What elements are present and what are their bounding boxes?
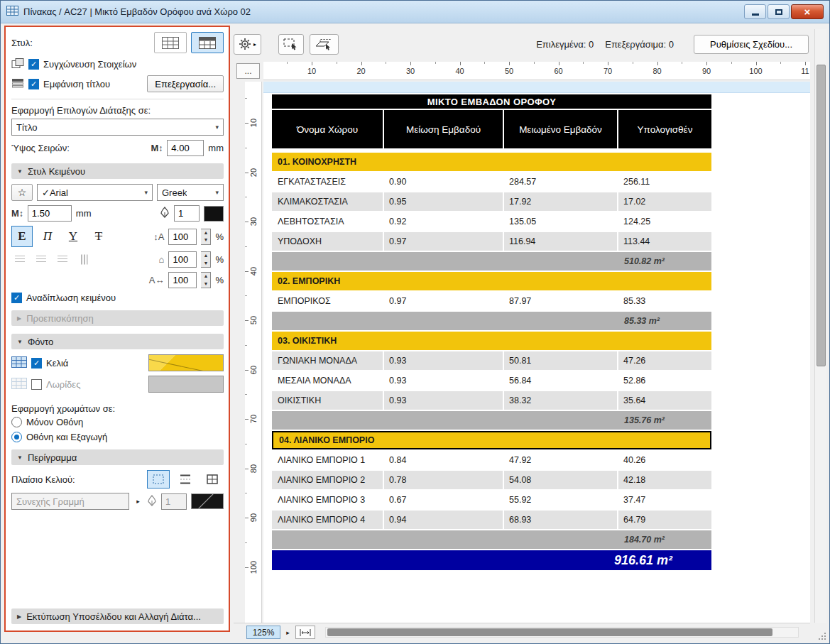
schedule-column-header[interactable]: Υπολογισθέν xyxy=(618,110,711,148)
schedule-data-row[interactable]: ΚΛΙΜΑΚΟΣΤΑΣΙΑ0.9517.9217.02 xyxy=(272,192,711,211)
schedule-cell[interactable]: 116.94 xyxy=(504,232,617,251)
border-section-header[interactable]: ▼ Περίγραμμα xyxy=(11,449,224,465)
schedule-cell[interactable]: 0.93 xyxy=(384,371,503,390)
schedule-cell[interactable]: ΛΙΑΝΙΚΟ ΕΜΠΟΡΙΟ 4 xyxy=(272,511,383,529)
paragraph-spacing-stepper[interactable]: ▲▼ xyxy=(201,251,211,268)
background-section-header[interactable]: ▼ Φόντο xyxy=(11,334,224,349)
schedule-data-row[interactable]: ΕΜΠΟΡΙΚΟΣ0.9787.9785.33 xyxy=(272,292,711,310)
schedule-data-row[interactable]: ΓΩΝΙΑΚΗ ΜΟΝΑΔΑ0.9350.8147.26 xyxy=(272,351,711,370)
line-spacing-stepper[interactable]: ▲▼ xyxy=(201,229,211,245)
schedule-subtotal-row[interactable]: 510.82 m² xyxy=(272,252,711,271)
zoom-level[interactable]: 125% xyxy=(246,626,280,639)
schedule-cell[interactable]: 68.93 xyxy=(504,511,617,529)
vertical-scrollbar[interactable] xyxy=(814,29,826,623)
horizontal-scrollbar[interactable] xyxy=(325,627,799,638)
drawing-settings-button[interactable]: Ρυθμίσεις Σχεδίου... xyxy=(694,35,809,54)
schedule-cell[interactable]: 17.02 xyxy=(618,192,711,211)
schedule-column-header[interactable]: Μειωμένο Εμβαδόν xyxy=(504,110,617,148)
row-height-input[interactable] xyxy=(167,140,204,156)
maximize-button[interactable] xyxy=(768,4,790,19)
fit-width-button[interactable] xyxy=(295,626,315,639)
resize-grip[interactable] xyxy=(817,631,826,640)
italic-button[interactable]: Π xyxy=(37,226,58,247)
cells-color-swatch[interactable] xyxy=(148,354,224,371)
schedule-cell[interactable]: 17.92 xyxy=(504,192,617,211)
line-spacing-input[interactable] xyxy=(168,229,197,245)
schedule-cell[interactable]: 87.97 xyxy=(504,292,617,310)
schedule-cell[interactable]: 85.33 xyxy=(618,292,711,310)
align-left-button[interactable] xyxy=(11,252,28,268)
schedule-cell[interactable]: ΕΜΠΟΡΙΚΟΣ xyxy=(272,292,383,310)
schedule-cell[interactable]: 0.93 xyxy=(384,351,503,370)
schedule-cell[interactable]: 52.86 xyxy=(618,371,711,390)
table-style-plain-button[interactable] xyxy=(154,32,187,53)
schedule-table[interactable]: ΜΙΚΤΟ ΕΜΒΑΔΟΝ ΟΡΟΦΟΥΌνομα ΧώρουΜείωση Εμ… xyxy=(272,94,711,570)
settings-gear-button[interactable]: ▸ xyxy=(234,34,261,55)
schedule-grand-total-row[interactable]: 916.61 m² xyxy=(272,550,711,570)
minimize-button[interactable] xyxy=(744,4,766,19)
schedule-subtotal-row[interactable]: 85.33 m² xyxy=(272,312,711,330)
drag-drawing-button[interactable] xyxy=(310,34,339,55)
cells-checkbox[interactable]: ✓ xyxy=(31,358,42,369)
schedule-data-row[interactable]: ΛΙΑΝΙΚΟ ΕΜΠΟΡΙΟ 40.9468.9364.79 xyxy=(272,511,711,529)
schedule-cell[interactable]: 55.92 xyxy=(504,491,617,509)
stripes-checkbox[interactable]: ✓ xyxy=(31,379,42,390)
schedule-cell[interactable]: ΜΕΣΑΙΑ ΜΟΝΑΔΑ xyxy=(272,371,383,390)
schedule-cell[interactable]: 0.84 xyxy=(384,451,503,469)
char-spacing-input[interactable] xyxy=(168,272,197,288)
char-spacing-stepper[interactable]: ▲▼ xyxy=(201,272,211,288)
underline-button[interactable]: Υ xyxy=(62,226,84,247)
schedule-cell[interactable]: 42.18 xyxy=(618,471,711,489)
align-right-button[interactable] xyxy=(54,252,71,268)
schedule-data-row[interactable]: ΛΙΑΝΙΚΟ ΕΜΠΟΡΙΟ 20.7854.0842.18 xyxy=(272,471,711,489)
schedule-cell[interactable]: 0.97 xyxy=(384,232,503,251)
schedule-cell[interactable]: 47.92 xyxy=(504,451,617,469)
screen-and-export-radio[interactable] xyxy=(11,432,22,442)
schedule-cell[interactable]: 256.11 xyxy=(618,173,711,191)
schedule-cell[interactable]: 0.97 xyxy=(384,292,503,310)
bold-button[interactable]: Ε xyxy=(11,226,33,247)
schedule-cell[interactable]: 0.67 xyxy=(384,491,503,509)
schedule-cell[interactable]: 37.47 xyxy=(618,491,711,509)
zoom-menu-arrow[interactable]: ▸ xyxy=(283,629,293,636)
frame-horizontal-button[interactable] xyxy=(174,470,197,489)
text-color-swatch[interactable] xyxy=(204,206,224,222)
schedule-cell[interactable]: ΓΩΝΙΑΚΗ ΜΟΝΑΔΑ xyxy=(272,351,383,370)
horizontal-scrollbar-thumb[interactable] xyxy=(327,628,772,636)
schedule-cell[interactable]: 0.93 xyxy=(384,391,503,410)
schedule-cell[interactable]: 284.57 xyxy=(504,173,617,191)
schedule-group-row[interactable]: 02. ΕΜΠΟΡΙΚΗ xyxy=(272,272,711,290)
line-type-select[interactable]: Συνεχής Γραμμή xyxy=(11,493,129,510)
frame-none-button[interactable] xyxy=(147,470,170,489)
schedule-cell[interactable]: 0.95 xyxy=(384,192,503,211)
align-center-button[interactable] xyxy=(33,252,50,268)
paragraph-spacing-input[interactable] xyxy=(168,251,197,268)
schedule-cell[interactable]: 135.05 xyxy=(504,212,617,231)
schedule-subtotal-row[interactable]: 184.70 m² xyxy=(272,530,711,549)
show-title-checkbox[interactable]: ✓ xyxy=(28,79,39,89)
table-style-header-button[interactable] xyxy=(191,32,224,53)
edit-title-button[interactable]: Επεξεργασία... xyxy=(147,75,224,92)
schedule-data-row[interactable]: ΛΕΒΗΤΟΣΤΑΣΙΑ0.92135.05124.25 xyxy=(272,212,711,231)
vertical-ruler[interactable]: 102030405060708090100 xyxy=(245,82,262,623)
schedule-cell[interactable]: ΛΙΑΝΙΚΟ ΕΜΠΟΡΙΟ 2 xyxy=(272,471,383,489)
schedule-cell[interactable]: ΟΙΚΙΣΤΙΚΗ xyxy=(272,391,383,410)
schedule-group-row[interactable]: 03. ΟΙΚΙΣΤΙΚΗ xyxy=(272,332,711,350)
vertical-scrollbar-thumb[interactable] xyxy=(817,65,826,366)
text-pen-input[interactable] xyxy=(174,205,200,222)
titlebar[interactable]: Πίνακας / AC27 | Μικτό Εμβαδόν Ορόφου αν… xyxy=(1,1,829,23)
schedule-data-row[interactable]: ΜΕΣΑΙΑ ΜΟΝΑΔΑ0.9356.8452.86 xyxy=(272,371,711,390)
schedule-cell[interactable]: ΛΙΑΝΙΚΟ ΕΜΠΟΡΙΟ 3 xyxy=(272,491,383,509)
schedule-cell[interactable]: 0.94 xyxy=(384,511,503,529)
schedule-data-row[interactable]: ΥΠΟΔΟΧΗ0.97116.94113.44 xyxy=(272,232,711,251)
schedule-column-header[interactable]: Μείωση Εμβαδού xyxy=(384,110,503,148)
schedule-column-header[interactable]: Όνομα Χώρου xyxy=(272,110,383,148)
schedule-data-row[interactable]: ΕΓΚΑΤΑΣΤΑΣΕΙΣ0.90284.57256.11 xyxy=(272,173,711,191)
strikethrough-button[interactable]: Τ xyxy=(88,226,109,247)
schedule-group-row[interactable]: 01. ΚΟΙΝΟΧΡΗΣΤΗ xyxy=(272,153,711,171)
close-button[interactable]: × xyxy=(791,4,824,19)
schedule-data-row[interactable]: ΛΙΑΝΙΚΟ ΕΜΠΟΡΙΟ 30.6755.9237.47 xyxy=(272,491,711,509)
schedule-data-row[interactable]: ΟΙΚΙΣΤΙΚΗ0.9338.3235.64 xyxy=(272,391,711,410)
schedule-cell[interactable]: 64.79 xyxy=(618,511,711,529)
font-script-select[interactable]: Greek ▾ xyxy=(157,184,224,201)
